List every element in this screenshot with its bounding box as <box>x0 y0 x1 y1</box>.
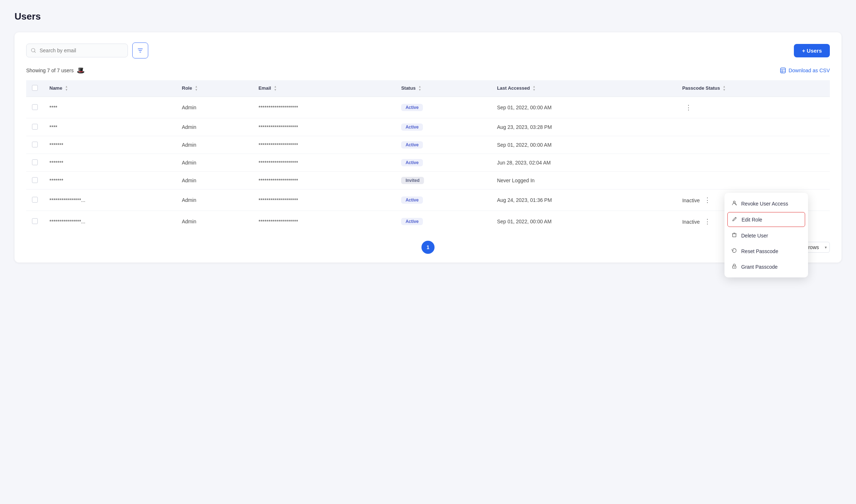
cell-passcode-2 <box>677 136 830 154</box>
page-title: Users <box>15 11 841 22</box>
col-name: Name ▲▼ <box>44 80 176 97</box>
cell-email-3: ******************** <box>253 154 395 172</box>
table-row: ****************... Admin **************… <box>26 211 830 232</box>
row-checkbox-0[interactable] <box>32 104 38 110</box>
cell-status-5: Active <box>395 190 491 211</box>
cell-role-1: Admin <box>176 118 253 136</box>
cell-passcode-3 <box>677 154 830 172</box>
status-badge-6: Active <box>401 218 423 225</box>
cell-name-0: **** <box>44 97 176 118</box>
toolbar: + Users <box>26 42 830 58</box>
role-sort-icon[interactable]: ▲▼ <box>195 85 198 92</box>
ctx-item-delete[interactable]: Delete User <box>724 228 808 243</box>
cell-role-0: Admin <box>176 97 253 118</box>
cell-last-accessed-5: Aug 24, 2023, 01:36 PM <box>491 190 677 211</box>
row-checkbox-6[interactable] <box>32 218 38 224</box>
table-row: **** Admin ******************** Active S… <box>26 97 830 118</box>
ctx-item-reset[interactable]: Reset Passcode <box>724 243 808 259</box>
col-status: Status ▲▼ <box>395 80 491 97</box>
cell-role-6: Admin <box>176 211 253 232</box>
ctx-label-grant: Grant Passcode <box>741 264 778 270</box>
row-menu-button-5[interactable]: ⋮ <box>701 195 714 206</box>
cell-last-accessed-2: Sep 01, 2022, 00:00 AM <box>491 136 677 154</box>
csv-icon <box>780 67 786 74</box>
svg-line-1 <box>35 52 36 53</box>
ctx-label-delete: Delete User <box>741 233 768 239</box>
svg-point-15 <box>734 267 735 268</box>
cell-passcode-0: ⋮ <box>677 97 830 118</box>
cell-passcode-1 <box>677 118 830 136</box>
meta-row: Showing 7 of 7 users 🎩 Download as CSV <box>26 66 830 74</box>
ctx-label-edit_role: Edit Role <box>742 217 762 223</box>
cell-last-accessed-0: Sep 01, 2022, 00:00 AM <box>491 97 677 118</box>
ctx-item-grant[interactable]: Grant Passcode <box>724 259 808 275</box>
select-all-checkbox[interactable] <box>32 85 38 91</box>
cell-status-3: Active <box>395 154 491 172</box>
cell-email-1: ******************** <box>253 118 395 136</box>
row-checkbox-3[interactable] <box>32 159 38 165</box>
cell-email-2: ******************** <box>253 136 395 154</box>
download-csv-link[interactable]: Download as CSV <box>780 67 830 74</box>
ctx-label-revoke: Revoke User Access <box>741 201 788 207</box>
status-sort-icon[interactable]: ▲▼ <box>418 85 421 92</box>
cell-status-1: Active <box>395 118 491 136</box>
cell-status-4: Invited <box>395 172 491 190</box>
last-accessed-sort-icon[interactable]: ▲▼ <box>533 85 536 92</box>
svg-rect-5 <box>781 68 786 73</box>
status-badge-0: Active <box>401 104 423 111</box>
ctx-icon-edit_role <box>731 216 738 223</box>
svg-rect-11 <box>732 234 736 237</box>
cell-role-4: Admin <box>176 172 253 190</box>
status-badge-4: Invited <box>401 177 424 184</box>
cell-role-5: Admin <box>176 190 253 211</box>
cell-email-4: ******************** <box>253 172 395 190</box>
status-badge-5: Active <box>401 196 423 204</box>
row-checkbox-1[interactable] <box>32 124 38 130</box>
col-last-accessed: Last Accessed ▲▼ <box>491 80 677 97</box>
main-card: + Users Showing 7 of 7 users 🎩 Download … <box>15 32 841 263</box>
filter-button[interactable] <box>132 42 148 58</box>
ctx-label-reset: Reset Passcode <box>741 248 778 254</box>
row-checkbox-5[interactable] <box>32 197 38 203</box>
wizard-icon: 🎩 <box>77 66 85 74</box>
showing-text: Showing 7 of 7 users 🎩 <box>26 66 85 74</box>
table-row: **** Admin ******************** Active A… <box>26 118 830 136</box>
cell-email-0: ******************** <box>253 97 395 118</box>
table-row: ****************... Admin **************… <box>26 190 830 211</box>
col-passcode-status: Passcode Status ▲▼ <box>677 80 830 97</box>
passcode-sort-icon[interactable]: ▲▼ <box>723 85 726 92</box>
cell-name-5: ****************... <box>44 190 176 211</box>
row-menu-button-0[interactable]: ⋮ <box>682 102 695 113</box>
status-badge-2: Active <box>401 141 423 149</box>
cell-last-accessed-3: Jun 28, 2023, 02:04 AM <box>491 154 677 172</box>
page-1-button[interactable]: 1 <box>421 241 435 254</box>
row-checkbox-4[interactable] <box>32 177 38 183</box>
table-row: ******* Admin ******************** Invit… <box>26 172 830 190</box>
ctx-item-revoke[interactable]: Revoke User Access <box>724 196 808 211</box>
ctx-icon-reset <box>731 248 738 255</box>
row-menu-button-6[interactable]: ⋮ <box>701 216 714 227</box>
ctx-item-edit_role[interactable]: Edit Role <box>727 212 805 227</box>
cell-email-5: ******************** <box>253 190 395 211</box>
ctx-icon-delete <box>731 232 738 239</box>
cell-role-2: Admin <box>176 136 253 154</box>
name-sort-icon[interactable]: ▲▼ <box>65 85 68 92</box>
cell-name-3: ******* <box>44 154 176 172</box>
search-icon <box>31 48 36 53</box>
filter-icon <box>137 47 144 54</box>
search-wrap <box>26 44 128 57</box>
email-sort-icon[interactable]: ▲▼ <box>274 85 277 92</box>
cell-name-4: ******* <box>44 172 176 190</box>
cell-name-1: **** <box>44 118 176 136</box>
users-table: Name ▲▼ Role ▲▼ Email ▲▼ Status ▲▼ <box>26 80 830 232</box>
cell-last-accessed-1: Aug 23, 2023, 03:28 PM <box>491 118 677 136</box>
cell-email-6: ******************** <box>253 211 395 232</box>
table-row: ******* Admin ******************** Activ… <box>26 136 830 154</box>
row-checkbox-2[interactable] <box>32 142 38 147</box>
search-input[interactable] <box>26 44 128 57</box>
add-users-button[interactable]: + Users <box>794 44 830 57</box>
table-row: ******* Admin ******************** Activ… <box>26 154 830 172</box>
pagination-row: 1 Show 10 rows 25 rows 50 rows <box>26 241 830 254</box>
cell-name-2: ******* <box>44 136 176 154</box>
table-header-row: Name ▲▼ Role ▲▼ Email ▲▼ Status ▲▼ <box>26 80 830 97</box>
